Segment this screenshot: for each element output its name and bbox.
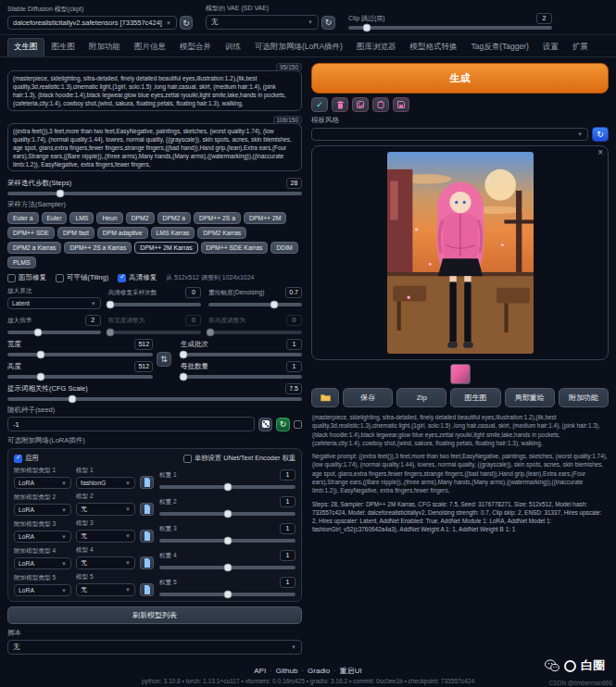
lora-weight-slider[interactable] <box>159 485 295 489</box>
clip-skip-value[interactable]: 2 <box>536 13 552 24</box>
tab-img2img[interactable]: 图生图 <box>45 38 82 56</box>
slider-thumb[interactable] <box>223 483 232 492</box>
clip-skip-slider[interactable] <box>348 26 552 30</box>
tab-txt2img[interactable]: 文生图 <box>7 38 44 56</box>
slider-thumb[interactable] <box>179 351 187 359</box>
refresh-styles-button[interactable]: ↻ <box>592 127 609 142</box>
lora-model-dropdown[interactable]: 无▼ <box>76 503 135 516</box>
lora-weight-slider[interactable] <box>159 512 295 516</box>
github-link[interactable]: Github <box>276 667 298 675</box>
tiling-checkbox[interactable]: 可平铺(Tiling) <box>56 273 108 282</box>
slider-thumb[interactable] <box>68 395 76 404</box>
lora-model-info-button[interactable] <box>140 583 154 596</box>
tab-extensions[interactable]: 扩展 <box>566 38 595 56</box>
lora-weight-slider[interactable] <box>159 539 295 543</box>
sampler-option-selected[interactable]: DPM++ 2M Karras <box>134 242 197 254</box>
denoising-value[interactable]: 0.7 <box>285 287 302 298</box>
slider-thumb[interactable] <box>37 351 45 359</box>
tab-extras[interactable]: 附加功能 <box>82 38 127 56</box>
cfg-scale-slider[interactable] <box>7 397 302 401</box>
swap-dimensions-button[interactable]: ⇅ <box>157 352 171 367</box>
tab-train[interactable]: 训练 <box>219 38 247 56</box>
hires-steps-value[interactable]: 0 <box>185 287 201 298</box>
lora-weight-slider[interactable] <box>159 566 295 569</box>
lora-weight-value[interactable]: 1 <box>280 523 295 534</box>
upscale-by-slider[interactable] <box>7 331 101 334</box>
lora-type-dropdown[interactable]: LoRA▼ <box>14 477 71 489</box>
sampler-option[interactable]: DPM fast <box>57 227 94 239</box>
lora-enable-checkbox[interactable]: 启用 <box>14 454 39 463</box>
paste-params-button[interactable]: ✓ <box>311 97 328 112</box>
lora-weight-slider[interactable] <box>159 593 295 596</box>
slider-thumb[interactable] <box>223 591 232 599</box>
gallery-thumbnail[interactable] <box>450 364 471 384</box>
hires-steps-slider[interactable] <box>108 303 202 306</box>
slider-thumb[interactable] <box>207 329 215 337</box>
batch-count-slider[interactable] <box>181 353 302 356</box>
lora-type-dropdown[interactable]: LoRA▼ <box>14 531 71 543</box>
resize-height-slider[interactable] <box>208 331 302 334</box>
slider-thumb[interactable] <box>106 301 114 309</box>
width-slider[interactable] <box>7 353 153 356</box>
lora-type-dropdown[interactable]: LoRA▼ <box>14 557 71 569</box>
tab-settings[interactable]: 设置 <box>536 38 565 56</box>
slider-thumb[interactable] <box>362 24 371 32</box>
slider-thumb[interactable] <box>223 510 232 518</box>
sampler-option[interactable]: DPM2 <box>126 212 155 224</box>
slider-thumb[interactable] <box>223 537 232 545</box>
sampler-option[interactable]: DPM++ 2M <box>244 212 286 224</box>
lora-weight-value[interactable]: 1 <box>280 469 295 481</box>
generated-image[interactable] <box>387 152 534 354</box>
resize-width-value[interactable]: 0 <box>185 315 201 326</box>
ckpt-dropdown[interactable]: dalceforealisticitallyv2.safetensors [73… <box>7 16 177 30</box>
upscale-by-value[interactable]: 2 <box>85 315 101 326</box>
tab-tagger[interactable]: Tag反查(Tagger) <box>464 38 534 56</box>
send-to-img2img-button[interactable]: 图生图 <box>450 388 500 407</box>
batch-size-slider[interactable] <box>181 375 302 379</box>
generate-button[interactable]: 生成 <box>311 63 609 94</box>
slider-thumb[interactable] <box>37 373 45 381</box>
lora-type-dropdown[interactable]: LoRA▼ <box>14 504 71 516</box>
refresh-vae-button[interactable]: ↻ <box>321 16 335 30</box>
slider-thumb[interactable] <box>57 190 65 198</box>
sampler-option[interactable]: DPM++ 2S a Karras <box>64 242 132 254</box>
refresh-models-button[interactable]: 刷新模型列表 <box>7 606 302 624</box>
send-to-extras-button[interactable]: 附加功能 <box>559 388 609 407</box>
slider-thumb[interactable] <box>179 373 187 381</box>
tab-png-info[interactable]: 图片信息 <box>128 38 172 56</box>
lora-separate-weights-checkbox[interactable]: 单独设置 UNet/Text Encoder 权重 <box>183 454 295 463</box>
resize-width-slider[interactable] <box>108 331 202 334</box>
gradio-link[interactable]: Gradio <box>308 667 330 675</box>
close-icon[interactable]: × <box>597 148 603 157</box>
lora-model-dropdown[interactable]: fashionG▼ <box>76 477 135 489</box>
denoising-slider[interactable] <box>208 303 302 306</box>
prompt-input[interactable]: (masterpiece, sidelighting, sitra-detail… <box>7 70 302 111</box>
lora-model-dropdown[interactable]: 无▼ <box>76 530 135 543</box>
slider-thumb[interactable] <box>106 329 114 337</box>
save-style-button[interactable] <box>393 97 409 112</box>
slider-thumb[interactable] <box>34 329 43 337</box>
tab-image-browser[interactable]: 图库浏览器 <box>350 38 403 56</box>
sampler-option[interactable]: Euler <box>42 212 68 224</box>
api-link[interactable]: API <box>254 667 266 675</box>
sampler-option[interactable]: DPM adaptive <box>97 227 148 239</box>
lora-model-info-button[interactable] <box>140 476 154 489</box>
script-dropdown[interactable]: 无 ▼ <box>7 640 302 655</box>
lora-model-info-button[interactable] <box>140 556 154 569</box>
open-folder-button[interactable] <box>311 388 339 407</box>
sampler-option[interactable]: LMS <box>69 212 94 224</box>
send-to-inpaint-button[interactable]: 局部重绘 <box>505 388 555 407</box>
hires-fix-checkbox[interactable]: 高清修复 <box>118 273 157 282</box>
lora-model-dropdown[interactable]: 无▼ <box>76 556 135 569</box>
upscaler-dropdown[interactable]: Latent ▼ <box>7 297 101 309</box>
extra-seed-checkbox[interactable] <box>294 420 302 429</box>
sampler-option[interactable]: PLMS <box>7 256 36 269</box>
sampler-option[interactable]: Euler a <box>7 212 39 224</box>
lora-weight-value[interactable]: 1 <box>280 496 295 507</box>
sampler-option[interactable]: DPM++ SDE Karras <box>201 242 269 254</box>
zip-button[interactable]: Zip <box>396 388 446 407</box>
height-slider[interactable] <box>7 375 153 379</box>
style-card-button[interactable] <box>352 97 369 112</box>
lora-weight-value[interactable]: 1 <box>280 550 295 561</box>
seed-input[interactable] <box>7 417 255 431</box>
